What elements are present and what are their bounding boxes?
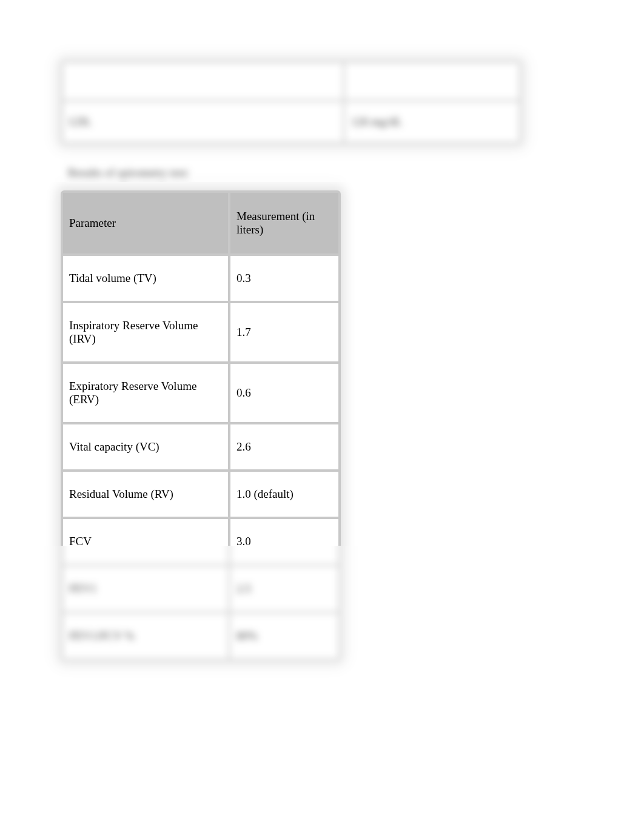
parameter-cell: Expiratory Reserve Volume (ERV) (63, 364, 228, 422)
table-header-row: Parameter Measurement (in liters) (63, 193, 338, 253)
parameter-cell: FCV (63, 519, 228, 564)
measurement-cell: 80% (230, 614, 338, 659)
parameter-cell: FEV1/FCV % (63, 614, 228, 659)
table-header-cell (63, 63, 343, 99)
table-row: Residual Volume (RV) 1.0 (default) (63, 472, 338, 517)
lab-label: LDL (63, 102, 343, 142)
table-row: FCV 3.0 (63, 519, 338, 564)
table-row: Expiratory Reserve Volume (ERV) 0.6 (63, 364, 338, 422)
measurement-cell: 2.6 (230, 424, 338, 469)
table-row: LDL 126 mg/dL (63, 102, 519, 142)
table-row: Tidal volume (TV) 0.3 (63, 256, 338, 301)
parameter-header: Parameter (63, 193, 228, 253)
measurement-cell: 2.5 (230, 566, 338, 611)
table-row: FEV1/FCV % 80% (63, 614, 338, 659)
measurement-cell: 0.3 (230, 256, 338, 301)
lab-results-table: LDL 126 mg/dL (61, 61, 522, 144)
measurement-cell: 0.6 (230, 364, 338, 422)
measurement-cell: 3.0 (230, 519, 338, 564)
parameter-cell: Inspiratory Reserve Volume (IRV) (63, 303, 228, 361)
measurement-header: Measurement (in liters) (230, 193, 338, 253)
lab-value: 126 mg/dL (345, 102, 519, 142)
parameter-cell: Tidal volume (TV) (63, 256, 228, 301)
table-header-row (63, 63, 519, 99)
measurement-cell: 1.0 (default) (230, 472, 338, 517)
parameter-cell: Vital capacity (VC) (63, 424, 228, 469)
parameter-cell: Residual Volume (RV) (63, 472, 228, 517)
table-row: FEV1 2.5 (63, 566, 338, 611)
section-heading: Results of spirometry test: (68, 166, 583, 179)
table-row: Inspiratory Reserve Volume (IRV) 1.7 (63, 303, 338, 361)
table-header-cell (345, 63, 519, 99)
measurement-cell: 1.7 (230, 303, 338, 361)
document-page: LDL 126 mg/dL Results of spirometry test… (0, 0, 644, 697)
spirometry-table: Parameter Measurement (in liters) Tidal … (61, 190, 341, 661)
parameter-cell: FEV1 (63, 566, 228, 611)
table-row: Vital capacity (VC) 2.6 (63, 424, 338, 469)
